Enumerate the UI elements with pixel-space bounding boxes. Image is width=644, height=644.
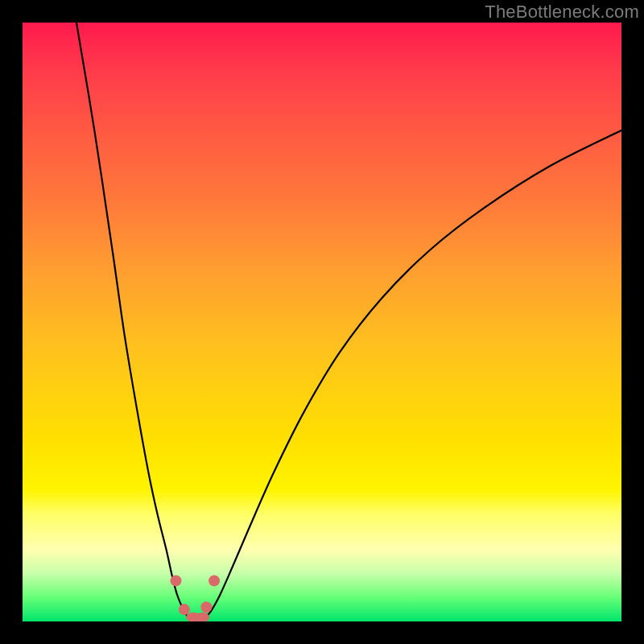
chart-plot-area (23, 23, 621, 621)
curve-left (76, 23, 190, 621)
data-marker (208, 575, 220, 586)
watermark-text: TheBottleneck.com (485, 2, 639, 23)
curve-right (202, 130, 621, 621)
data-marker (170, 575, 181, 586)
data-marker (179, 604, 190, 615)
chart-svg (23, 23, 621, 621)
data-marker (200, 601, 212, 613)
